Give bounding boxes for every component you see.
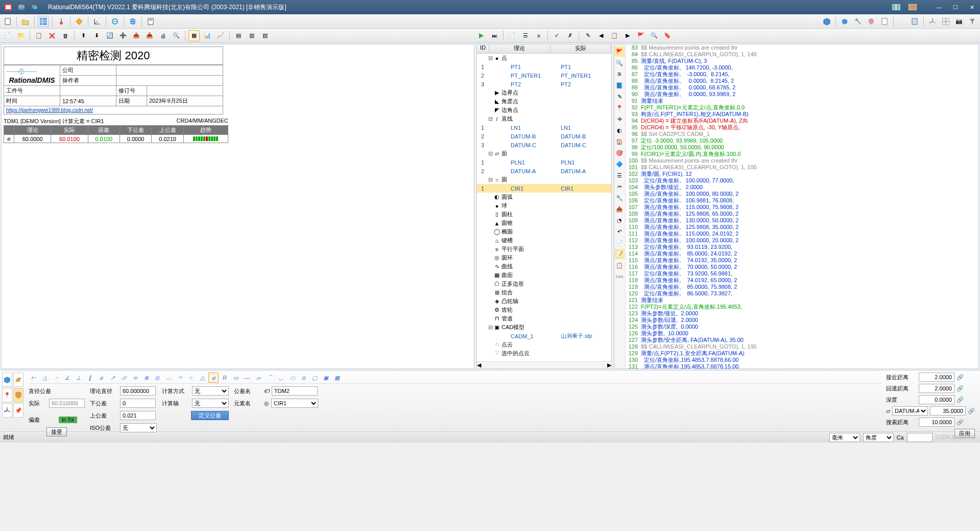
rpt-view1-icon[interactable]: ▦ xyxy=(188,30,200,41)
code-line[interactable]: 92F(PT_INTER1)=元素定义/点,直角坐标,0.0 xyxy=(626,104,978,111)
code-line[interactable]: 83$$ Measurement points are created thr xyxy=(626,44,978,51)
code-line[interactable]: 89 测点/直角坐标, 0.0000, 68.6785, 2 xyxy=(626,84,978,91)
rpt-view2-icon[interactable]: 📊 xyxy=(202,30,213,41)
code-line[interactable]: 119 测点/直角坐标, 85.0000, 75.9808, 2 xyxy=(626,284,978,290)
code-line[interactable]: 108 测点/直角坐标, 125.9808, 65.0000, 2 xyxy=(626,211,978,217)
code-line[interactable]: 118 测点/直角坐标, 74.0192, 65.0000, 2 xyxy=(626,277,978,284)
code-list2-icon[interactable]: ≡ xyxy=(533,30,544,41)
c-perp-icon[interactable]: ⊥ xyxy=(74,373,84,383)
mode-axis-icon[interactable] xyxy=(2,403,12,418)
code-line[interactable]: 112 测点/直角坐标, 100.0000, 20.0000, 2 xyxy=(626,237,978,244)
code-line[interactable]: 98定位/100.0000, 50.0000, 90.0000 xyxy=(626,144,978,151)
code-check-icon[interactable]: ✓ xyxy=(551,30,562,41)
tree-row[interactable]: ≡平行平面 xyxy=(477,245,611,253)
mode-probe-icon[interactable]: 📍 xyxy=(2,388,12,402)
rpt-hdr-icon[interactable]: ▤ xyxy=(233,30,244,41)
globe-icon[interactable] xyxy=(127,16,138,27)
sb-cube-icon[interactable]: 🔷 xyxy=(614,159,625,169)
sb-sheet-icon[interactable]: 📋 xyxy=(614,260,625,270)
c-conc-icon[interactable]: ◎ xyxy=(152,373,162,383)
code-line[interactable]: 90 测点/直角坐标, 0.0000, 93.9969, 2 xyxy=(626,91,978,98)
c-tri2-icon[interactable]: △ xyxy=(197,373,207,383)
tree-row[interactable]: 3PT2PT2 xyxy=(477,80,611,88)
datum-dist-input[interactable] xyxy=(930,406,966,415)
code-line[interactable]: 91测量结束 xyxy=(626,98,978,104)
datum-select[interactable]: DATUM-A xyxy=(892,406,928,415)
tree-row[interactable]: ◣角度点 xyxy=(477,97,611,106)
c-key-icon[interactable]: ⬭ xyxy=(287,373,297,383)
code-line[interactable]: 109 测点/直角坐标, 130.0000, 50.0000, 2 xyxy=(626,217,978,224)
code-line[interactable]: 87 定位/直角坐标, -3.0000, 8.2145, xyxy=(626,71,978,78)
link3-icon[interactable]: 🔗 xyxy=(957,397,964,403)
elem-name-select[interactable]: CIR1 xyxy=(271,399,318,408)
scroll-right-icon[interactable]: ▶ xyxy=(607,362,611,368)
code-line[interactable]: 123测头参数/接近, 2.0000 xyxy=(626,310,978,317)
c-run-icon[interactable]: ↗ xyxy=(107,373,117,383)
code-list-icon[interactable]: ☰ xyxy=(520,30,531,41)
grid-icon[interactable] xyxy=(940,16,951,27)
code-line[interactable]: 130 定位/直角坐标,195.4853,7.8878,66.00 xyxy=(626,357,978,363)
tol-name-input[interactable] xyxy=(272,386,318,396)
unit-angle-select[interactable]: 角度 xyxy=(863,433,894,442)
c-prof-icon[interactable]: ⌓ xyxy=(163,373,174,383)
code-line[interactable]: 121测量结束 xyxy=(626,297,978,304)
sb-dial-icon[interactable]: ◔ xyxy=(614,215,625,225)
c-arc-icon[interactable]: ⌒ xyxy=(265,373,275,383)
tree-row[interactable]: ⬠正多边形 xyxy=(477,280,611,288)
code-line[interactable]: 101$$ CALL/M(EASI_CLEARPLN_GOTO), 1, 100 xyxy=(626,164,978,171)
c-pt-icon[interactable]: ⊢ xyxy=(29,373,39,383)
rpt-zoom-icon[interactable]: 🔍 xyxy=(171,30,182,41)
tree-row[interactable]: ◯椭圆 xyxy=(477,227,611,236)
tree-row[interactable]: ◈凸轮轴 xyxy=(477,297,611,306)
rpt-del-icon[interactable] xyxy=(46,30,58,41)
mode-shield-icon[interactable] xyxy=(13,388,23,402)
tree-row[interactable]: ▲圆锥 xyxy=(477,219,611,227)
code-edit-icon[interactable]: ✎ xyxy=(582,30,593,41)
feature-icon[interactable] xyxy=(74,16,85,27)
report-icon[interactable] xyxy=(145,16,156,27)
rpt-add-icon[interactable]: ➕ xyxy=(117,30,129,41)
lo-tol-input[interactable] xyxy=(120,399,156,408)
tree-row[interactable]: 2PT_INTER1PT_INTER1 xyxy=(477,71,611,80)
c-ang-icon[interactable]: ∠ xyxy=(62,373,73,383)
code-line[interactable]: 107 测点/直角坐标, 115.0000, 75.9808, 2 xyxy=(626,204,978,211)
code-line[interactable]: 114 测点/直角坐标, 85.0000, 24.0192, 2 xyxy=(626,250,978,257)
rpt-down-icon[interactable]: ⬇ xyxy=(91,30,102,41)
code-line[interactable]: 88 测点/直角坐标, 0.0000, 8.2145, 2 xyxy=(626,78,978,84)
rpt-import-icon[interactable]: 📥 xyxy=(144,30,155,41)
rpt-view3-icon[interactable]: 📈 xyxy=(215,30,226,41)
tree-row[interactable]: ⊟/直线 xyxy=(477,114,611,123)
sb-cut-icon[interactable]: ✂ xyxy=(614,181,625,192)
c-par-icon[interactable]: ∥ xyxy=(85,373,95,383)
c-ln-icon[interactable]: ⟋ xyxy=(51,373,61,383)
define-tol-button[interactable]: 定义公差 xyxy=(191,411,229,420)
c-diameter-icon[interactable]: ⌀ xyxy=(208,373,219,383)
probe-icon[interactable] xyxy=(56,16,67,27)
mode-plane-icon[interactable] xyxy=(13,373,23,387)
c-thread-icon[interactable]: ⧈ xyxy=(298,373,308,383)
sb-list-icon[interactable]: ☰ xyxy=(614,170,625,180)
c-pos-icon[interactable]: ⊕ xyxy=(141,373,151,383)
c-surf-icon[interactable]: ⌔ xyxy=(175,373,185,383)
tree-row[interactable]: ⊓管道 xyxy=(477,314,611,323)
tree-row[interactable]: ◤边角点 xyxy=(477,106,611,114)
report-url[interactable]: https://jianhongwei1989.blog.csdn.net/ xyxy=(4,106,223,114)
tol-icon[interactable] xyxy=(109,16,121,27)
tree-row[interactable]: 3DATUM-CDATUM-C xyxy=(477,141,611,149)
c-rad-icon[interactable]: R xyxy=(220,373,230,383)
code-line[interactable]: 127测头参数/安全距离, FA(DATUM-A), 35.00 xyxy=(626,337,978,343)
code-bookmark-icon[interactable]: 🔖 xyxy=(662,30,673,41)
link5-icon[interactable]: 🔗 xyxy=(957,419,964,426)
tree-row[interactable]: 1LN1LN1 xyxy=(477,123,611,132)
layers-icon[interactable] xyxy=(30,3,40,12)
window-layout-icon[interactable] xyxy=(907,3,918,12)
rpt-new-icon[interactable]: 📄 xyxy=(2,30,13,41)
rpt-copy-icon[interactable]: 📋 xyxy=(33,30,44,41)
accept-button[interactable]: 接受 xyxy=(46,427,67,436)
code-line[interactable]: 125测头参数/深度, 0.0000 xyxy=(626,324,978,330)
code-line[interactable]: 104 测头参数/接近, 2.0000 xyxy=(626,184,978,191)
code-new-icon[interactable]: 📄 xyxy=(507,30,518,41)
link-icon[interactable]: 🔗 xyxy=(957,374,964,381)
shield-icon[interactable] xyxy=(866,16,877,27)
tree-row[interactable]: 1CIR1CIR1 xyxy=(477,184,611,193)
